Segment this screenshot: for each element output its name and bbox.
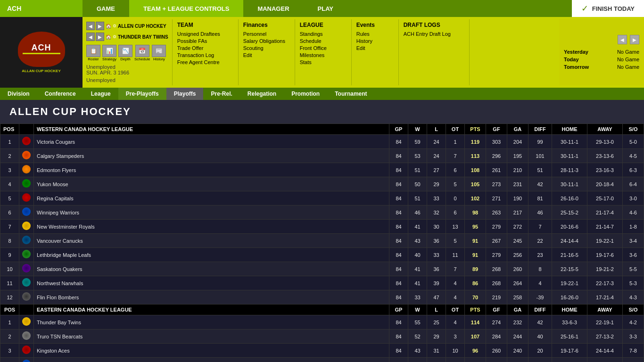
tab-division[interactable]: Division [0,88,37,100]
logo-area: ACH ALLAN CUP HOCKEY [0,17,83,88]
tab-relegation[interactable]: Relegation [240,88,284,100]
next-arrow[interactable]: ▶ [96,22,104,30]
home-icon[interactable]: 🏠 [106,24,111,29]
checkmark-icon: ✓ [581,3,588,14]
standings-area: POS WESTERN CANADA HOCKEY LEAGUE GP W L … [0,123,644,362]
roster-btn[interactable]: 📋 Roster [86,45,100,61]
events-menu-section: Events Rules History Edit [352,19,399,85]
finish-today-btn[interactable]: ✓ FINISH TODAY [572,0,644,17]
western-header-row: POS WESTERN CANADA HOCKEY LEAGUE GP W L … [0,124,644,135]
menu-draft-log[interactable]: ACH Entry Draft Log [404,31,464,37]
history-btn[interactable]: 📰 History [152,45,166,61]
logo-calgary [22,151,31,159]
logo-newwest [22,222,31,230]
schedule-label: Schedule [134,57,150,61]
table-row: 12 Flin Flon Bombers 84 33 47 4 70 219 2… [0,290,644,304]
tab-tournament[interactable]: Tournament [327,88,374,100]
logo-edmonton [22,165,31,173]
mega-menu: ACH ALLAN CUP HOCKEY ◀ ▶ 🏠 ⚙ ALLEN CUP H… [0,17,644,88]
menu-history[interactable]: History [356,38,394,44]
menu-standings[interactable]: Standings [300,31,347,37]
finish-today-label: FINISH TODAY [592,5,635,12]
logo-subtitle: ALLAN CUP HOCKEY [22,69,61,73]
tab-pre-playoffs[interactable]: Pre-Playoffs [118,88,166,100]
menu-unsigned[interactable]: Unsigned Draftees [177,31,233,37]
table-row: 4 Quebec Aces 84 41 34 9 91 267 271 -4 1… [0,358,644,362]
status-unemployed-1: Unemployed [86,64,168,70]
events-title: Events [356,22,394,28]
menu-free-agent[interactable]: Free Agent Centre [177,59,233,65]
menu-scouting[interactable]: Scouting [243,45,290,51]
team-arrows: ◀ ▶ [86,33,104,41]
nav-game[interactable]: GAME [83,0,129,17]
ach-label: ACH [7,5,21,12]
menu-events-edit[interactable]: Edit [356,45,394,51]
draft-menu-section: DRAFT LOGS ACH Entry Draft Log [399,19,470,85]
logo-saskatoon [22,264,31,272]
table-row: 7 New Westminster Royals 84 41 30 13 95 … [0,220,644,234]
game-next[interactable]: ▶ [630,35,639,44]
menu-rules[interactable]: Rules [356,31,394,37]
today-row: Today No Game [564,57,639,62]
logo-kingston [22,346,31,354]
logo-truro [22,331,31,340]
menu-personnel[interactable]: Personnel [243,31,290,37]
logo-yukon [22,179,31,188]
team-next[interactable]: ▶ [96,33,104,41]
tomorrow-label: Tomorrow [564,64,589,70]
menu-salary[interactable]: Salary Obligations [243,38,290,44]
tab-pre-rel[interactable]: Pre-Rel. [203,88,239,100]
today-result: No Game [617,57,639,62]
table-row: 2 Calgary Stampeders 84 53 24 7 113 296 … [0,149,644,163]
col-ga: GA [507,124,528,135]
nav-team-league[interactable]: TEAM + LEAGUE CONTROLS [129,0,243,17]
menu-front-office[interactable]: Front Office [300,45,347,51]
tomorrow-row: Tomorrow No Game [564,64,639,70]
menu-transaction-log[interactable]: Transaction Log [177,52,233,58]
col-away: AWAY [587,124,623,135]
col-so: S/O [623,124,644,135]
menu-possible-fas[interactable]: Possible FAs [177,38,233,44]
col-w: W [408,124,427,135]
menu-trade-offer[interactable]: Trade Offer [177,45,233,51]
league-title: LEAGUE [300,22,347,28]
strategy-btn[interactable]: 📊 Strategy [102,45,116,61]
logo-winnipeg [22,207,31,216]
menu-schedule[interactable]: Schedule [300,38,347,44]
top-arrows: ◀ ▶ [86,22,104,30]
ach-link[interactable]: ALLEN CUP HOCKEY [118,24,166,29]
nav-play[interactable]: PLAY [304,0,347,17]
finances-title: Finances [243,22,290,28]
logo-lethbridge [22,250,31,258]
settings-icon[interactable]: ⚙ [113,24,116,28]
logo-thunderbay [22,317,31,326]
team-link[interactable]: THUNDER BAY TWINS [118,34,168,40]
table-row: 3 Edmonton Flyers 84 51 27 6 108 261 210… [0,163,644,177]
nav-manager[interactable]: MANAGER [243,0,303,17]
menu-milestones[interactable]: Milestones [300,52,347,58]
tab-promotion[interactable]: Promotion [284,88,327,100]
schedule-btn[interactable]: 📅 Schedule [134,45,150,61]
prev-arrow[interactable]: ◀ [86,22,95,30]
depth-btn[interactable]: 📉 Depth [118,45,132,61]
tab-league[interactable]: League [83,88,118,100]
table-row: 1 Thunder Bay Twins 84 55 25 4 114 274 2… [0,315,644,329]
table-row: 11 Northwest Narwhals 84 41 39 4 86 268 … [0,276,644,290]
menu-stats[interactable]: Stats [300,59,347,65]
team-home-icon[interactable]: 🏠 [106,34,111,40]
finances-menu-section: Finances Personnel Salary Obligations Sc… [239,19,295,85]
tomorrow-result: No Game [617,64,639,70]
tab-conference[interactable]: Conference [37,88,83,100]
yesterday-result: No Game [617,49,639,55]
status-date: SUN. APR. 3 1966 [86,70,168,75]
menu-finances-edit[interactable]: Edit [243,52,290,58]
tab-playoffs[interactable]: Playoffs [166,88,204,100]
icon-buttons-row: 📋 Roster 📊 Strategy 📉 Depth 📅 Schedule 📰 [86,45,168,61]
team-settings-icon[interactable]: ⚙ [113,34,116,39]
page-title-area: ALLEN CUP HOCKEY [0,100,644,123]
game-prev[interactable]: ◀ [618,35,627,44]
team-prev[interactable]: ◀ [86,33,95,41]
table-row: 1 Victoria Cougars 84 59 24 1 119 303 20… [0,135,644,149]
logo-quebec [22,360,31,362]
table-row: 8 Vancouver Canucks 84 43 36 5 91 267 24… [0,234,644,248]
